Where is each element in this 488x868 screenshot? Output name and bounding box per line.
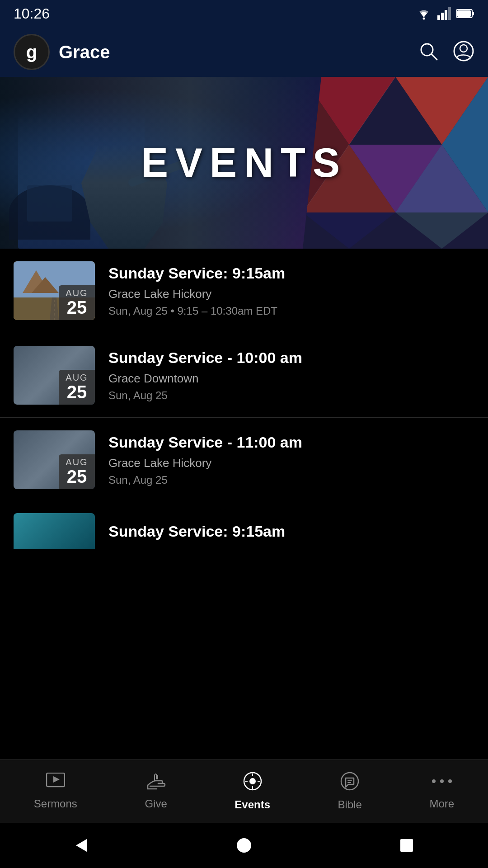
event-thumb-bg	[14, 513, 95, 549]
svg-rect-2	[441, 13, 444, 20]
nav-label-sermons: Sermons	[34, 797, 77, 810]
event-thumbnail-partial	[14, 513, 95, 549]
recent-button[interactable]	[399, 837, 415, 854]
event-thumbnail: AUG 25	[14, 261, 95, 320]
event-item[interactable]: AUG 25 Sunday Service - 10:00 am Grace D…	[0, 333, 488, 418]
svg-point-45	[448, 779, 452, 783]
event-title-partial: Sunday Service: 9:15am	[108, 523, 285, 540]
event-thumbnail: AUG 25	[14, 430, 95, 489]
search-button[interactable]	[418, 40, 439, 64]
event-day: 25	[65, 467, 89, 486]
svg-point-47	[237, 838, 251, 853]
give-icon	[145, 773, 166, 794]
date-badge: AUG 25	[59, 370, 95, 405]
svg-marker-33	[53, 776, 60, 783]
event-info: Sunday Service: 9:15am Grace Lake Hickor…	[108, 264, 474, 317]
date-badge: AUG 25	[59, 454, 95, 489]
hero-banner: EVENTS	[0, 77, 488, 249]
header-left: g Grace	[14, 34, 110, 70]
header-right	[418, 40, 474, 64]
event-info: Sunday Service - 10:00 am Grace Downtown…	[108, 349, 474, 402]
wifi-icon	[416, 7, 432, 20]
event-thumbnail: AUG 25	[14, 346, 95, 405]
nav-item-bible[interactable]: Bible	[329, 767, 371, 816]
signal-icon	[437, 7, 451, 20]
system-nav	[0, 823, 488, 868]
nav-label-bible: Bible	[338, 798, 362, 811]
event-title: Sunday Service - 10:00 am	[108, 349, 474, 367]
event-datetime: Sun, Aug 25 • 9:15 – 10:30am EDT	[108, 305, 474, 317]
event-month: AUG	[65, 457, 89, 467]
events-icon	[243, 772, 262, 795]
nav-label-give: Give	[145, 797, 167, 810]
more-icon	[432, 773, 452, 794]
status-time: 10:26	[14, 5, 50, 22]
profile-button[interactable]	[453, 40, 474, 64]
event-item[interactable]: AUG 25 Sunday Service - 11:00 am Grace L…	[0, 418, 488, 502]
svg-rect-48	[400, 839, 413, 852]
svg-point-11	[460, 45, 467, 52]
bible-icon	[340, 772, 359, 795]
nav-label-more: More	[430, 797, 455, 810]
event-item-partial[interactable]: Sunday Service: 9:15am	[0, 502, 488, 552]
date-badge: AUG 25	[59, 285, 95, 320]
app-name: Grace	[59, 42, 110, 62]
event-datetime: Sun, Aug 25	[108, 474, 474, 486]
svg-point-44	[440, 779, 444, 783]
sermons-icon	[46, 773, 65, 794]
home-button[interactable]	[236, 837, 252, 854]
bottom-nav: Sermons Give Events	[0, 760, 488, 823]
event-location: Grace Lake Hickory	[108, 456, 474, 470]
event-location: Grace Lake Hickory	[108, 287, 474, 301]
event-location: Grace Downtown	[108, 372, 474, 386]
battery-icon	[456, 9, 474, 19]
event-title: Sunday Service: 9:15am	[108, 264, 474, 283]
hero-title: EVENTS	[141, 140, 347, 186]
back-button[interactable]	[73, 837, 89, 854]
app-logo[interactable]: g	[14, 34, 50, 70]
svg-line-9	[432, 54, 437, 60]
svg-point-35	[249, 778, 256, 784]
nav-item-give[interactable]: Give	[136, 768, 176, 815]
svg-rect-3	[445, 10, 447, 20]
svg-rect-6	[472, 12, 474, 15]
events-list: AUG 25 Sunday Service: 9:15am Grace Lake…	[0, 249, 488, 552]
app-header: g Grace	[0, 27, 488, 77]
nav-item-events[interactable]: Events	[225, 767, 279, 816]
event-day: 25	[65, 383, 89, 401]
nav-item-more[interactable]: More	[421, 768, 464, 815]
status-icons	[416, 7, 474, 20]
status-bar: 10:26	[0, 0, 488, 27]
event-day: 25	[65, 298, 89, 316]
svg-marker-46	[76, 839, 87, 852]
nav-item-sermons[interactable]: Sermons	[25, 768, 86, 815]
svg-rect-7	[457, 10, 471, 17]
svg-point-43	[432, 779, 436, 783]
event-month: AUG	[65, 373, 89, 383]
event-item[interactable]: AUG 25 Sunday Service: 9:15am Grace Lake…	[0, 249, 488, 333]
svg-rect-1	[437, 15, 440, 20]
svg-point-0	[423, 18, 425, 20]
svg-rect-4	[448, 7, 451, 20]
event-month: AUG	[65, 288, 89, 298]
event-datetime: Sun, Aug 25	[108, 389, 474, 402]
event-info: Sunday Service - 11:00 am Grace Lake Hic…	[108, 433, 474, 486]
nav-label-events: Events	[235, 798, 270, 811]
event-title: Sunday Service - 11:00 am	[108, 433, 474, 452]
